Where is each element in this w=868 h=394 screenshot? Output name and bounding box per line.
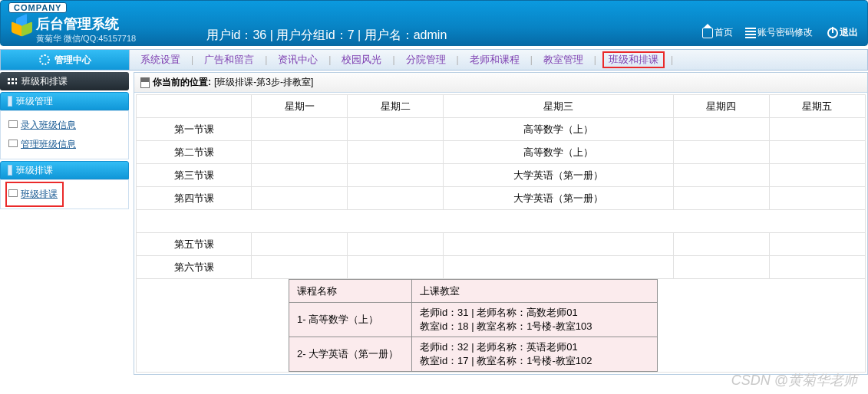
period-label: 第六节课 bbox=[137, 256, 252, 279]
gap-row bbox=[137, 210, 866, 233]
cell[interactable] bbox=[673, 187, 769, 210]
sidebar-group-class-mgmt[interactable]: 班级管理 bbox=[0, 92, 129, 110]
cell[interactable] bbox=[348, 256, 444, 279]
period-label: 第四节课 bbox=[137, 187, 252, 210]
breadcrumb: 你当前的位置: [班级排课-第3步-排教室] bbox=[134, 73, 867, 93]
sidebar-item-enter-class[interactable]: 录入班级信息 bbox=[8, 116, 120, 135]
period-label: 第二节课 bbox=[137, 141, 252, 164]
ribbon-item-4[interactable]: 分院管理 bbox=[401, 53, 451, 67]
app-subtitle: 黄菊华 微信/QQ:45157718 bbox=[36, 33, 136, 44]
header-bar: COMPANY 后台管理系统 黄菊华 微信/QQ:45157718 用户id：3… bbox=[0, 0, 868, 46]
info-band: 课程名称上课教室1- 高等数学（上）老师id：31 | 老师名称：高数老师01 … bbox=[137, 279, 866, 373]
period-label: 第五节课 bbox=[137, 233, 252, 256]
sidebar-group-current-label: 班级和排课 bbox=[21, 72, 68, 90]
separator: | bbox=[524, 54, 539, 65]
ribbon-item-2[interactable]: 资讯中心 bbox=[273, 53, 322, 67]
sidebar-item-class-schedule[interactable]: 班级排课 bbox=[8, 185, 61, 204]
table-row: 第六节课 bbox=[137, 256, 866, 279]
cell[interactable]: 高等数学（上） bbox=[444, 118, 673, 141]
logout-button[interactable]: 退出 bbox=[823, 24, 863, 41]
cell[interactable] bbox=[252, 233, 348, 256]
cell[interactable] bbox=[348, 233, 444, 256]
table-row: 第五节课 bbox=[137, 233, 866, 256]
ribbon-item-7[interactable]: 班级和排课 bbox=[602, 51, 665, 68]
table-row: 第二节课高等数学（上） bbox=[137, 141, 866, 164]
cell[interactable] bbox=[769, 141, 865, 164]
separator: | bbox=[588, 54, 602, 65]
cell[interactable] bbox=[348, 118, 444, 141]
cell[interactable] bbox=[348, 164, 444, 187]
ribbon-item-3[interactable]: 校园风光 bbox=[337, 53, 386, 67]
cell[interactable] bbox=[252, 164, 348, 187]
cell[interactable]: 大学英语（第一册） bbox=[444, 187, 673, 210]
cell[interactable] bbox=[673, 118, 769, 141]
bar-icon bbox=[8, 97, 12, 106]
sidebar-item-manage-class[interactable]: 管理班级信息 bbox=[8, 135, 120, 154]
course-info-table: 课程名称上课教室1- 高等数学（上）老师id：31 | 老师名称：高数老师01 … bbox=[289, 279, 658, 372]
cell[interactable] bbox=[769, 164, 865, 187]
table-row: 2- 大学英语（第一册）老师id：32 | 老师名称：英语老师01 教室id：1… bbox=[289, 337, 658, 372]
cell[interactable] bbox=[252, 118, 348, 141]
doc-icon bbox=[140, 77, 150, 88]
cell[interactable] bbox=[444, 256, 673, 279]
sidebar-group-schedule[interactable]: 班级排课 bbox=[0, 161, 129, 179]
cell[interactable] bbox=[673, 141, 769, 164]
ribbon-left-title: 管理中心 bbox=[1, 50, 130, 70]
course-name: 1- 高等数学（上） bbox=[289, 303, 412, 337]
top-links: 首页 账号密码修改 退出 bbox=[698, 24, 863, 41]
cell[interactable] bbox=[252, 141, 348, 164]
home-label: 首页 bbox=[715, 26, 733, 39]
ribbon-left-label: 管理中心 bbox=[54, 50, 91, 70]
separator: | bbox=[451, 54, 465, 65]
course-name: 2- 大学英语（第一册） bbox=[289, 337, 412, 372]
ribbon-item-0[interactable]: 系统设置 bbox=[136, 53, 185, 67]
cell[interactable] bbox=[252, 256, 348, 279]
table-row: 第三节课大学英语（第一册） bbox=[137, 164, 866, 187]
col-mon: 星期一 bbox=[252, 95, 348, 118]
sidebar-group1-label: 班级管理 bbox=[16, 92, 53, 110]
sidebar: 班级和排课 班级管理 录入班级信息 管理班级信息 班级排课 班级排课 bbox=[0, 72, 129, 375]
room-info: 老师id：32 | 老师名称：英语老师01 教室id：17 | 教室名称：1号楼… bbox=[412, 337, 658, 372]
ribbon-items: 系统设置|广告和留言|资讯中心|校园风光|分院管理|老师和课程|教室管理|班级和… bbox=[130, 51, 679, 68]
cell[interactable] bbox=[673, 256, 769, 279]
user-info: 用户id：36 | 用户分组id：7 | 用户名：admin bbox=[206, 28, 447, 44]
cell[interactable] bbox=[673, 233, 769, 256]
company-badge: COMPANY bbox=[8, 2, 67, 13]
col-fri: 星期五 bbox=[769, 95, 865, 118]
sidebar-group-current: 班级和排课 bbox=[0, 72, 129, 90]
crumb-path: [班级排课-第3步-排教室] bbox=[214, 76, 313, 89]
separator: | bbox=[665, 54, 679, 65]
cell[interactable]: 大学英语（第一册） bbox=[444, 164, 673, 187]
ribbon-item-5[interactable]: 老师和课程 bbox=[465, 53, 524, 67]
separator: | bbox=[322, 54, 337, 65]
app-title-block: 后台管理系统 黄菊华 微信/QQ:45157718 bbox=[36, 15, 136, 44]
home-icon bbox=[702, 28, 713, 38]
ribbon-menu: 管理中心 系统设置|广告和留言|资讯中心|校园风光|分院管理|老师和课程|教室管… bbox=[0, 49, 868, 71]
gear-icon bbox=[39, 54, 50, 65]
cell[interactable] bbox=[769, 233, 865, 256]
table-row: 第四节课大学英语（第一册） bbox=[137, 187, 866, 210]
home-link[interactable]: 首页 bbox=[698, 24, 738, 41]
change-password-link[interactable]: 账号密码修改 bbox=[741, 24, 817, 41]
ribbon-item-6[interactable]: 教室管理 bbox=[539, 53, 588, 67]
logout-label: 退出 bbox=[840, 26, 858, 39]
ribbon-item-1[interactable]: 广告和留言 bbox=[200, 53, 259, 67]
cell[interactable] bbox=[769, 187, 865, 210]
bar-icon bbox=[8, 166, 12, 175]
cell[interactable] bbox=[348, 187, 444, 210]
pwd-label: 账号密码修改 bbox=[757, 26, 813, 39]
cell[interactable]: 高等数学（上） bbox=[444, 141, 673, 164]
separator: | bbox=[185, 54, 200, 65]
app-title: 后台管理系统 bbox=[36, 15, 136, 33]
timetable: 星期一 星期二 星期三 星期四 星期五 第一节课高等数学（上）第二节课高等数学（… bbox=[136, 94, 866, 373]
table-row: 第一节课高等数学（上） bbox=[137, 118, 866, 141]
cell[interactable] bbox=[444, 233, 673, 256]
cell[interactable] bbox=[673, 164, 769, 187]
main-panel: 你当前的位置: [班级排课-第3步-排教室] 星期一 星期二 星期三 星期四 星… bbox=[134, 72, 868, 375]
period-label: 第一节课 bbox=[137, 118, 252, 141]
cell[interactable] bbox=[769, 256, 865, 279]
cell[interactable] bbox=[252, 187, 348, 210]
crumb-label: 你当前的位置: bbox=[153, 76, 211, 89]
cell[interactable] bbox=[769, 118, 865, 141]
cell[interactable] bbox=[348, 141, 444, 164]
